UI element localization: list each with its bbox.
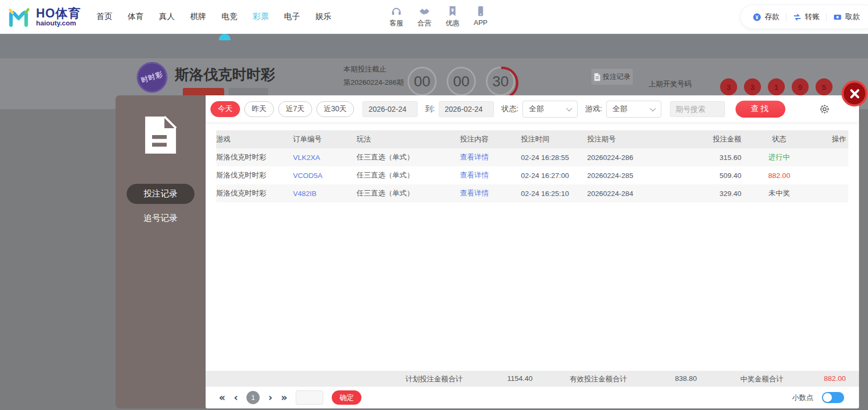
cell-order[interactable]: VCOD5A	[293, 172, 357, 180]
nav-item-5[interactable]: 电竞	[219, 10, 240, 24]
filter-pill-2[interactable]: 昨天	[244, 101, 274, 117]
wallet-action-2[interactable]: 转账	[793, 12, 820, 22]
page-jump-input[interactable]	[296, 390, 323, 405]
status-select-value: 全部	[529, 104, 544, 114]
draw-ball-3: 1	[768, 78, 785, 95]
col-header-4: 投注内容	[460, 135, 521, 144]
brand-logo-icon	[7, 6, 31, 28]
cell-order[interactable]: VLK2XA	[293, 154, 357, 162]
modal-sidebar: 投注记录追号记录	[116, 95, 206, 408]
filter-pill-4[interactable]: 近30天	[316, 101, 355, 117]
nav-item-1[interactable]: 首页	[94, 10, 115, 24]
main-nav: 首页体育真人棋牌电竞彩票电子娱乐	[94, 10, 334, 24]
divider	[786, 13, 786, 21]
cell-order[interactable]: V482IB	[293, 190, 357, 198]
first-page-button[interactable]: «	[219, 393, 225, 403]
filter-pill-3[interactable]: 近7天	[278, 101, 312, 117]
cell-status: 未中奖	[743, 189, 815, 198]
nav-item-7[interactable]: 电子	[281, 10, 303, 24]
user-bar	[0, 34, 868, 58]
status-select[interactable]: 全部	[522, 101, 578, 118]
game-filter-label: 游戏:	[585, 104, 602, 114]
cell-content[interactable]: 查看详情	[460, 171, 521, 180]
cell-content[interactable]: 查看详情	[460, 153, 521, 162]
countdown: 000030	[408, 67, 515, 96]
plan-total-value: 1154.40	[471, 375, 533, 382]
sidebar-item-1[interactable]: 投注记录	[127, 184, 194, 204]
nav-item-4[interactable]: 棋牌	[188, 10, 209, 24]
wallet-action-label: 转账	[805, 12, 820, 22]
official-play-button-clipped	[183, 88, 224, 95]
date-from-input[interactable]	[362, 101, 418, 117]
quick-link-4[interactable]: APP	[469, 5, 492, 26]
col-header-7: 投注金额	[680, 135, 743, 144]
cell-play: 任三直选（单式）	[357, 153, 460, 162]
cell-time: 02-24 16:25:10	[521, 190, 587, 198]
brand-logo[interactable]: HO体育 haiouty.com	[0, 6, 87, 28]
table-row: 斯洛伐克时时彩V482IB任三直选（单式）查看详情02-24 16:25:102…	[216, 184, 848, 202]
current-page-badge[interactable]: 1	[246, 391, 260, 404]
cell-content[interactable]: 查看详情	[460, 189, 521, 198]
search-button[interactable]: 查找	[736, 101, 785, 118]
brand-domain: haiouty.com	[36, 20, 81, 27]
game-select[interactable]: 全部	[606, 101, 661, 118]
table-body: 斯洛伐克时时彩VLK2XA任三直选（单式）查看详情02-24 16:28:552…	[216, 148, 848, 202]
last-page-button[interactable]: »	[281, 393, 287, 403]
plan-total-label: 计划投注金额合计	[405, 375, 463, 384]
cell-play: 任三直选（单式）	[357, 189, 460, 198]
issue-label: 第20260224-286期	[343, 78, 404, 87]
issue-search-input[interactable]	[670, 101, 725, 117]
lottery-badge: 时时彩	[137, 62, 167, 93]
nav-item-2[interactable]: 体育	[125, 10, 146, 24]
nav-item-8[interactable]: 娱乐	[313, 10, 334, 24]
sidebar-item-2[interactable]: 追号记录	[127, 208, 194, 228]
filter-pill-1[interactable]: 今天	[210, 101, 240, 117]
chevron-down-icon	[650, 105, 656, 111]
countdown-circle-2: 00	[447, 67, 476, 96]
brand-text: HO体育 haiouty.com	[36, 7, 81, 27]
cell-game: 斯洛伐克时时彩	[216, 153, 293, 162]
draw-ball-4: 9	[792, 78, 809, 95]
credit-play-button-clipped	[228, 88, 268, 95]
cell-amount: 315.60	[680, 154, 743, 162]
countdown-circle-3: 30	[486, 67, 515, 96]
cell-issue: 20260224-286	[587, 154, 680, 162]
filter-row: 今天昨天近7天近30天 到: 状态: 全部 游戏: 全部 查找	[206, 95, 859, 123]
summary-row: 计划投注金额合计 1154.40 有效投注金额合计 838.80 中奖金额合计 …	[206, 371, 859, 387]
quick-link-1[interactable]: 客服	[385, 5, 408, 28]
quick-link-3[interactable]: 优惠	[441, 5, 464, 28]
wallet-action-3[interactable]: 取款	[833, 12, 860, 22]
cell-game: 斯洛伐克时时彩	[216, 189, 293, 198]
table-row: 斯洛伐克时时彩VCOD5A任三直选（单式）查看详情02-24 16:27:002…	[216, 166, 848, 184]
next-page-button[interactable]: ›	[268, 393, 272, 403]
bet-records-modal: 今天昨天近7天近30天 到: 状态: 全部 游戏: 全部 查找 游戏订单编号玩法…	[206, 95, 859, 408]
partnership-icon	[419, 5, 430, 17]
cell-status: 882.00	[743, 172, 815, 180]
deposit-icon	[752, 13, 761, 22]
valid-total-value: 838.80	[635, 375, 697, 382]
transfer-icon	[793, 13, 802, 22]
modal-close-button[interactable]	[842, 81, 867, 106]
gear-icon[interactable]	[819, 103, 830, 115]
bet-record-button[interactable]: 投注记录	[591, 69, 633, 85]
win-total-label: 中奖金额合计	[740, 375, 783, 384]
nav-item-6[interactable]: 彩票	[250, 10, 271, 24]
quick-link-label: APP	[474, 19, 488, 26]
date-to-input[interactable]	[439, 101, 494, 117]
pagination-bar: « ‹ 1 › » 确定 小数点	[206, 387, 859, 408]
col-header-9: 操作	[815, 135, 848, 144]
close-icon	[849, 88, 861, 100]
status-filter-label: 状态:	[501, 104, 518, 114]
wallet-action-1[interactable]: 存款	[752, 12, 780, 22]
nav-item-3[interactable]: 真人	[156, 10, 178, 24]
cell-game: 斯洛伐克时时彩	[216, 171, 293, 180]
prev-page-button[interactable]: ‹	[234, 393, 238, 403]
decimal-toggle-switch[interactable]	[822, 392, 844, 403]
lottery-title: 斯洛伐克时时彩	[175, 65, 275, 84]
toggle-knob	[823, 393, 832, 402]
quick-link-2[interactable]: 合营	[413, 5, 436, 28]
page-confirm-button[interactable]: 确定	[332, 390, 361, 405]
deadline-label: 本期投注截止	[343, 65, 386, 74]
col-header-5: 投注时间	[521, 135, 587, 144]
document-icon	[594, 73, 600, 81]
